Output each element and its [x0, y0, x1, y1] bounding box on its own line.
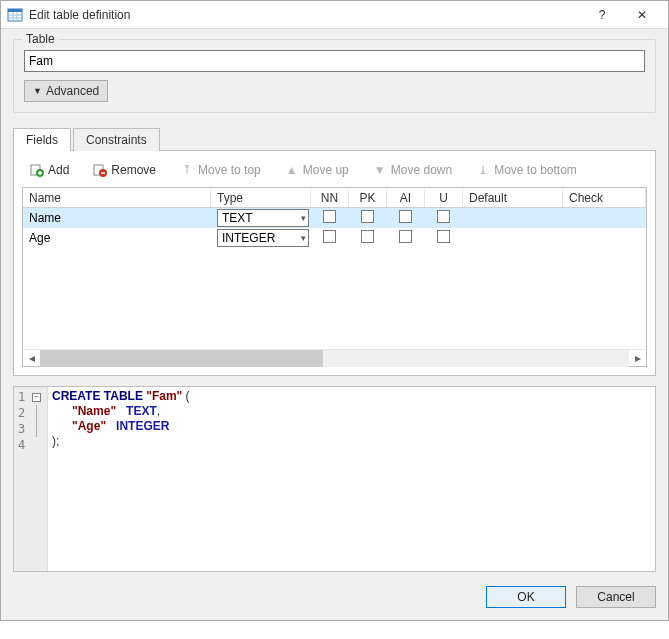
type-value: INTEGER: [222, 231, 275, 245]
sql-preview: 1− 2 3 4 CREATE TABLE "Fam" ( "Name" TEX…: [13, 386, 656, 572]
line-number: 4: [16, 437, 45, 453]
tab-fields[interactable]: Fields: [13, 128, 71, 151]
pk-checkbox[interactable]: [361, 230, 374, 243]
fields-toolbar: Add Remove ⤒ Move to top ▲ Move up: [22, 159, 647, 187]
pk-checkbox[interactable]: [361, 210, 374, 223]
move-top-button[interactable]: ⤒ Move to top: [176, 161, 265, 179]
table-row[interactable]: Name TEXT ▾: [23, 208, 646, 228]
line-number: 2: [16, 405, 45, 421]
type-combo[interactable]: INTEGER ▾: [217, 229, 309, 247]
u-checkbox[interactable]: [437, 210, 450, 223]
table-icon: [7, 7, 23, 23]
grid-scrollbar[interactable]: ◂ ▸: [23, 349, 646, 366]
close-button[interactable]: ✕: [622, 1, 662, 29]
col-type[interactable]: Type: [211, 189, 311, 207]
table-name-input[interactable]: [24, 50, 645, 72]
default-cell[interactable]: [463, 236, 563, 240]
col-ai[interactable]: AI: [387, 189, 425, 207]
col-nn[interactable]: NN: [311, 189, 349, 207]
col-default[interactable]: Default: [463, 189, 563, 207]
dialog-window: Edit table definition ? ✕ Table ▼ Advanc…: [0, 0, 669, 621]
check-cell[interactable]: [563, 216, 646, 220]
chevron-down-icon: ▾: [301, 233, 306, 243]
dialog-buttons: OK Cancel: [1, 576, 668, 620]
help-button[interactable]: ?: [582, 1, 622, 29]
line-number: 3: [16, 421, 45, 437]
move-down-button[interactable]: ▼ Move down: [369, 161, 456, 179]
table-group: Table ▼ Advanced: [13, 39, 656, 113]
move-up-label: Move up: [303, 163, 349, 177]
scroll-right-icon[interactable]: ▸: [629, 350, 646, 367]
fields-pane: Add Remove ⤒ Move to top ▲ Move up: [13, 150, 656, 376]
nn-checkbox[interactable]: [323, 230, 336, 243]
ai-checkbox[interactable]: [399, 210, 412, 223]
remove-field-button[interactable]: Remove: [89, 161, 160, 179]
move-up-button[interactable]: ▲ Move up: [281, 161, 353, 179]
nn-checkbox[interactable]: [323, 210, 336, 223]
remove-label: Remove: [111, 163, 156, 177]
dialog-title: Edit table definition: [29, 8, 582, 22]
default-cell[interactable]: [463, 216, 563, 220]
scroll-left-icon[interactable]: ◂: [23, 350, 40, 367]
ok-button[interactable]: OK: [486, 586, 566, 608]
chevron-down-icon: ▾: [301, 213, 306, 223]
field-name[interactable]: Name: [23, 209, 211, 227]
sql-code[interactable]: CREATE TABLE "Fam" ( "Name" TEXT, "Age" …: [48, 387, 194, 571]
svg-rect-1: [8, 9, 22, 12]
type-combo[interactable]: TEXT ▾: [217, 209, 309, 227]
type-value: TEXT: [222, 211, 253, 225]
move-bottom-label: Move to bottom: [494, 163, 577, 177]
grid-header: Name Type NN PK AI U Default Check: [23, 188, 646, 208]
col-u[interactable]: U: [425, 189, 463, 207]
titlebar: Edit table definition ? ✕: [1, 1, 668, 29]
u-checkbox[interactable]: [437, 230, 450, 243]
col-pk[interactable]: PK: [349, 189, 387, 207]
add-icon: [30, 163, 44, 177]
cancel-button[interactable]: Cancel: [576, 586, 656, 608]
move-bottom-icon: ⤓: [476, 163, 490, 177]
col-check[interactable]: Check: [563, 189, 646, 207]
sql-gutter: 1− 2 3 4: [14, 387, 48, 571]
field-name[interactable]: Age: [23, 229, 211, 247]
move-bottom-button[interactable]: ⤓ Move to bottom: [472, 161, 581, 179]
tab-constraints[interactable]: Constraints: [73, 128, 160, 151]
move-down-label: Move down: [391, 163, 452, 177]
fields-grid: Name Type NN PK AI U Default Check Name …: [22, 187, 647, 367]
tab-strip: Fields Constraints: [13, 127, 656, 150]
move-top-icon: ⤒: [180, 163, 194, 177]
add-field-button[interactable]: Add: [26, 161, 73, 179]
scroll-thumb[interactable]: [40, 350, 323, 367]
caret-down-icon: ▼: [33, 86, 42, 96]
check-cell[interactable]: [563, 236, 646, 240]
add-label: Add: [48, 163, 69, 177]
col-name[interactable]: Name: [23, 189, 211, 207]
ai-checkbox[interactable]: [399, 230, 412, 243]
advanced-toggle[interactable]: ▼ Advanced: [24, 80, 108, 102]
remove-icon: [93, 163, 107, 177]
table-group-label: Table: [22, 32, 59, 46]
scroll-track[interactable]: [40, 350, 629, 367]
line-number: 1−: [16, 389, 45, 405]
fold-toggle[interactable]: −: [32, 393, 41, 402]
move-top-label: Move to top: [198, 163, 261, 177]
move-down-icon: ▼: [373, 163, 387, 177]
table-row[interactable]: Age INTEGER ▾: [23, 228, 646, 248]
advanced-label: Advanced: [46, 84, 99, 98]
move-up-icon: ▲: [285, 163, 299, 177]
